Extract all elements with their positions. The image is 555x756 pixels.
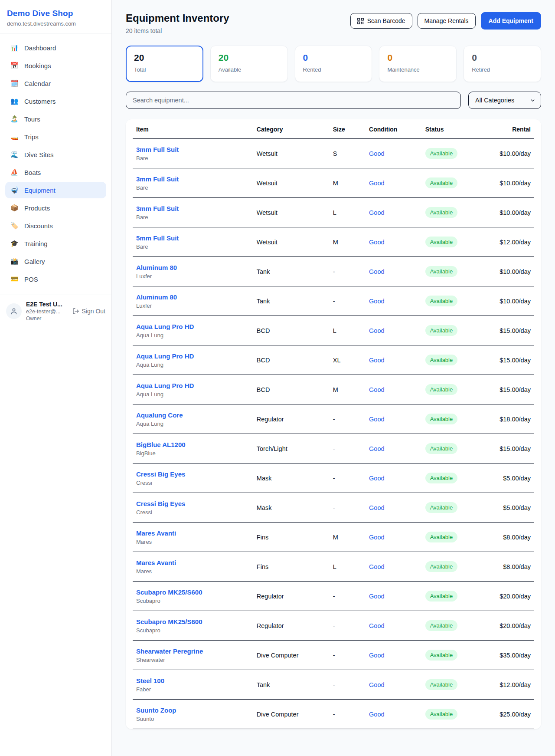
stat-card[interactable]: 0 Rented <box>295 46 372 82</box>
stat-card[interactable]: 0 Maintenance <box>379 46 457 82</box>
item-condition-link[interactable]: Good <box>366 434 422 463</box>
stat-card[interactable]: 20 Total <box>126 46 203 82</box>
sidebar-item[interactable]: ⛵ Boats <box>5 164 106 181</box>
item-condition-link[interactable]: Good <box>366 611 422 641</box>
category-filter[interactable]: All Categories <box>468 92 541 109</box>
table-body: 3mm Full Suit Bare Wetsuit S Good Availa… <box>133 139 534 729</box>
item-name-link[interactable]: Scubapro MK25/S600 <box>136 588 250 596</box>
item-condition-link[interactable]: Good <box>366 198 422 227</box>
item-category: Dive Computer <box>253 641 330 670</box>
manage-rentals-button[interactable]: Manage Rentals <box>418 13 476 29</box>
item-brand: BigBlue <box>136 450 250 457</box>
app-root: Demo Dive Shop demo.test.divestreams.com… <box>0 0 555 756</box>
item-name-link[interactable]: Aluminum 80 <box>136 264 250 271</box>
item-name-link[interactable]: Aluminum 80 <box>136 293 250 301</box>
item-category: Mask <box>253 493 330 523</box>
table-row: 3mm Full Suit Bare Wetsuit M Good Availa… <box>133 168 534 198</box>
item-name-link[interactable]: Shearwater Peregrine <box>136 648 250 655</box>
item-name-link[interactable]: Mares Avanti <box>136 559 250 566</box>
status-badge: Available <box>425 325 458 336</box>
item-category: Tank <box>253 670 330 700</box>
scan-barcode-button[interactable]: Scan Barcode <box>350 13 412 29</box>
item-name-link[interactable]: 3mm Full Suit <box>136 205 250 212</box>
item-name-link[interactable]: 5mm Full Suit <box>136 234 250 242</box>
item-rental-price: $5.00/day <box>482 493 534 523</box>
stat-label: Retired <box>472 66 533 73</box>
sidebar-item-label: Trips <box>24 133 39 141</box>
item-condition-link[interactable]: Good <box>366 552 422 582</box>
item-name-link[interactable]: Aqualung Core <box>136 411 250 419</box>
item-condition-link[interactable]: Good <box>366 493 422 523</box>
shop-domain: demo.test.divestreams.com <box>7 20 104 27</box>
sidebar-item[interactable]: 💳 POS <box>5 271 106 287</box>
item-size: - <box>330 463 366 493</box>
table-row: Steel 100 Faber Tank - Good Available $1… <box>133 670 534 700</box>
item-name-link[interactable]: Aqua Lung Pro HD <box>136 352 250 360</box>
item-condition-link[interactable]: Good <box>366 316 422 345</box>
stat-card[interactable]: 20 Available <box>210 46 288 82</box>
sidebar-item[interactable]: 🗓️ Calendar <box>5 75 106 92</box>
sidebar-item[interactable]: 🌊 Dive Sites <box>5 146 106 163</box>
add-equipment-button[interactable]: Add Equipment <box>481 12 541 30</box>
sidebar-item[interactable]: 📊 Dashboard <box>5 39 106 56</box>
item-condition-link[interactable]: Good <box>366 375 422 404</box>
item-name-link[interactable]: BigBlue AL1200 <box>136 441 250 448</box>
item-name-link[interactable]: 3mm Full Suit <box>136 175 250 183</box>
item-condition-link[interactable]: Good <box>366 257 422 286</box>
item-size: - <box>330 286 366 316</box>
item-name-link[interactable]: Suunto Zoop <box>136 707 250 714</box>
item-rental-price: $8.00/day <box>482 552 534 582</box>
item-condition-link[interactable]: Good <box>366 168 422 198</box>
sidebar-item[interactable]: 📦 Products <box>5 200 106 216</box>
sign-out-button[interactable]: Sign Out <box>72 308 105 315</box>
item-condition-link[interactable]: Good <box>366 345 422 375</box>
item-brand: Bare <box>136 243 250 250</box>
stat-label: Available <box>219 66 280 73</box>
search-input[interactable] <box>126 92 461 109</box>
sidebar-item[interactable]: 📸 Gallery <box>5 253 106 270</box>
item-rental-price: $5.00/day <box>482 463 534 493</box>
sidebar-item[interactable]: 🏷️ Discounts <box>5 217 106 234</box>
status-badge: Available <box>425 177 458 188</box>
shop-name[interactable]: Demo Dive Shop <box>7 9 104 18</box>
dashboard-icon: 📊 <box>10 44 19 52</box>
item-rental-price: $12.00/day <box>482 670 534 700</box>
sidebar-item[interactable]: 📅 Bookings <box>5 57 106 74</box>
item-condition-link[interactable]: Good <box>366 582 422 611</box>
item-condition-link[interactable]: Good <box>366 700 422 729</box>
item-name-link[interactable]: Cressi Big Eyes <box>136 500 250 507</box>
item-condition-link[interactable]: Good <box>366 463 422 493</box>
item-condition-link[interactable]: Good <box>366 641 422 670</box>
item-size: S <box>330 139 366 168</box>
sidebar-item[interactable]: 🎓 Training <box>5 235 106 252</box>
sidebar-item[interactable]: 🚤 Trips <box>5 128 106 145</box>
item-rental-price: $8.00/day <box>482 523 534 552</box>
item-condition-link[interactable]: Good <box>366 139 422 168</box>
item-name-link[interactable]: 3mm Full Suit <box>136 146 250 153</box>
item-name-link[interactable]: Mares Avanti <box>136 529 250 537</box>
sidebar-item-label: Dashboard <box>24 44 56 52</box>
sidebar-item[interactable]: 🏝️ Tours <box>5 111 106 127</box>
stat-card[interactable]: 0 Retired <box>464 46 541 82</box>
item-name-link[interactable]: Steel 100 <box>136 677 250 684</box>
item-condition-link[interactable]: Good <box>366 286 422 316</box>
item-name-link[interactable]: Scubapro MK25/S600 <box>136 618 250 625</box>
item-condition-link[interactable]: Good <box>366 523 422 552</box>
item-size: - <box>330 670 366 700</box>
item-condition-link[interactable]: Good <box>366 670 422 700</box>
sidebar-item[interactable]: 🤿 Equipment <box>5 182 106 198</box>
sidebar-item-label: Customers <box>24 98 56 105</box>
item-name-link[interactable]: Aqua Lung Pro HD <box>136 323 250 330</box>
item-condition-link[interactable]: Good <box>366 404 422 434</box>
sign-out-icon <box>72 308 79 315</box>
item-name-link[interactable]: Aqua Lung Pro HD <box>136 382 250 389</box>
item-size: M <box>330 523 366 552</box>
item-rental-price: $10.00/day <box>482 139 534 168</box>
item-name-link[interactable]: Cressi Big Eyes <box>136 470 250 478</box>
barcode-icon <box>357 18 364 24</box>
status-badge: Available <box>425 414 458 424</box>
item-brand: Aqua Lung <box>136 332 250 339</box>
item-condition-link[interactable]: Good <box>366 227 422 257</box>
table-row: Mares Avanti Mares Fins M Good Available… <box>133 523 534 552</box>
sidebar-item[interactable]: 👥 Customers <box>5 93 106 109</box>
